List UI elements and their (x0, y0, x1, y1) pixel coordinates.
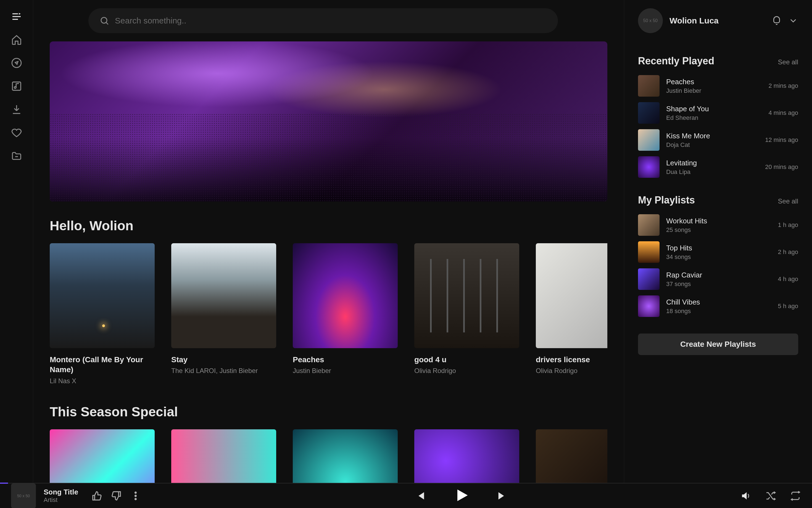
recent-item-sub: Dua Lipa (666, 168, 759, 176)
song-card-title: Stay (171, 355, 276, 365)
thumbs-down-icon[interactable] (111, 490, 122, 501)
menu-toggle-icon[interactable] (11, 11, 22, 22)
compass-icon[interactable] (11, 57, 22, 69)
recent-item-time: 4 mins ago (768, 109, 798, 117)
recently-played-title: Recently Played (638, 55, 714, 67)
player-thumb[interactable]: 50 x 50 (11, 483, 36, 508)
playlist-item-time: 1 h ago (778, 221, 798, 228)
recent-thumb (638, 75, 659, 97)
svg-point-6 (135, 498, 136, 500)
heart-icon[interactable] (11, 127, 22, 138)
song-card-image (414, 243, 519, 348)
song-card-title: drivers license (536, 355, 607, 365)
svg-point-3 (101, 17, 107, 23)
player-song-title: Song Title (44, 488, 78, 496)
repeat-icon[interactable] (790, 490, 801, 501)
svg-point-4 (135, 492, 136, 493)
album-icon[interactable] (11, 81, 22, 92)
song-card[interactable]: Peaches Justin Bieber (293, 243, 398, 385)
playlist-item[interactable]: Chill Vibes 18 songs 5 h ago (638, 295, 798, 317)
playlist-item[interactable]: Workout Hits 25 songs 1 h ago (638, 214, 798, 236)
song-card-image (171, 243, 276, 348)
play-button[interactable] (453, 488, 469, 504)
playlist-item-title: Chill Vibes (666, 298, 771, 306)
skip-previous-icon[interactable] (415, 490, 426, 501)
playlist-item-sub: 37 songs (666, 281, 771, 288)
song-card-image (536, 429, 607, 483)
folder-icon[interactable] (11, 150, 22, 161)
song-card-title: Peaches (293, 355, 398, 365)
recent-item[interactable]: Levitating Dua Lipa 20 mins ago (638, 156, 798, 178)
user-row: 50 x 50 Wolion Luca (638, 8, 798, 33)
song-card-artist: Olivia Rodrigo (536, 367, 607, 375)
season-title: This Season Special (50, 404, 607, 419)
see-all-link[interactable]: See all (778, 198, 798, 205)
recent-item[interactable]: Shape of You Ed Sheeran 4 mins ago (638, 102, 798, 124)
svg-point-0 (12, 58, 21, 68)
shuffle-icon[interactable] (765, 490, 776, 501)
song-card[interactable]: Montero (Call Me By Your Name) Lil Nas X (50, 243, 155, 385)
chevron-down-icon[interactable] (788, 16, 798, 26)
recent-item-sub: Doja Cat (666, 141, 759, 149)
song-card-artist: The Kid LAROI, Justin Bieber (171, 367, 276, 375)
song-card[interactable]: Stay The Kid LAROI, Justin Bieber (171, 243, 276, 385)
skip-next-icon[interactable] (497, 490, 508, 501)
recent-item-time: 12 mins ago (765, 136, 798, 143)
search-icon (99, 16, 109, 26)
svg-point-5 (135, 495, 136, 496)
song-card[interactable]: good 4 u Olivia Rodrigo (414, 243, 519, 385)
home-icon[interactable] (11, 34, 22, 45)
volume-icon[interactable] (740, 490, 751, 501)
song-card[interactable] (536, 429, 607, 483)
song-card-title: Montero (Call Me By Your Name) (50, 355, 155, 375)
recent-item[interactable]: Peaches Justin Bieber 2 mins ago (638, 75, 798, 97)
see-all-link[interactable]: See all (778, 58, 798, 66)
playlist-item-title: Rap Caviar (666, 271, 771, 280)
song-card-artist: Olivia Rodrigo (414, 367, 519, 375)
song-card-image (536, 243, 607, 348)
more-vertical-icon[interactable] (130, 490, 141, 501)
playlist-item[interactable]: Rap Caviar 37 songs 4 h ago (638, 268, 798, 290)
song-card[interactable] (414, 429, 519, 483)
song-card-image (50, 243, 155, 348)
song-card-title: good 4 u (414, 355, 519, 365)
playlist-item[interactable]: Top Hits 34 songs 2 h ago (638, 241, 798, 263)
playlist-thumb (638, 241, 659, 263)
thumbs-up-icon[interactable] (91, 490, 103, 501)
recent-item-title: Shape of You (666, 104, 762, 113)
progress-track[interactable] (0, 483, 812, 483)
download-icon[interactable] (11, 104, 22, 115)
song-card-image (293, 429, 398, 483)
recent-thumb (638, 102, 659, 124)
song-card[interactable] (293, 429, 398, 483)
my-playlists-section: My Playlists See all Workout Hits 25 son… (638, 195, 798, 317)
playlist-item-time: 5 h ago (778, 303, 798, 310)
greeting-title: Hello, Wolion (50, 218, 607, 233)
avatar[interactable]: 50 x 50 (638, 8, 663, 33)
recent-item-sub: Justin Bieber (666, 87, 762, 94)
recent-item[interactable]: Kiss Me More Doja Cat 12 mins ago (638, 129, 798, 151)
search-input[interactable] (115, 16, 547, 26)
recent-item-time: 2 mins ago (768, 82, 798, 89)
hello-row: Montero (Call Me By Your Name) Lil Nas X… (50, 243, 607, 385)
playlist-item-sub: 25 songs (666, 226, 771, 234)
song-card[interactable] (171, 429, 276, 483)
playlist-thumb (638, 268, 659, 290)
progress-bar (0, 482, 8, 484)
playlist-item-title: Top Hits (666, 244, 771, 252)
playlist-item-time: 2 h ago (778, 249, 798, 256)
playlist-item-title: Workout Hits (666, 217, 771, 225)
username: Wolion Luca (669, 16, 765, 26)
song-card[interactable] (50, 429, 155, 483)
song-card-artist: Lil Nas X (50, 377, 155, 385)
recent-item-title: Levitating (666, 159, 759, 167)
create-playlist-button[interactable]: Create New Playlists (638, 334, 798, 355)
search-bar[interactable] (88, 8, 558, 33)
recent-item-title: Kiss Me More (666, 132, 759, 140)
song-card[interactable]: drivers license Olivia Rodrigo (536, 243, 607, 385)
bell-icon[interactable] (772, 16, 782, 26)
song-card-image (414, 429, 519, 483)
season-row (50, 429, 607, 483)
hero-banner[interactable] (50, 41, 607, 202)
player-song-artist: Artist (44, 496, 78, 504)
